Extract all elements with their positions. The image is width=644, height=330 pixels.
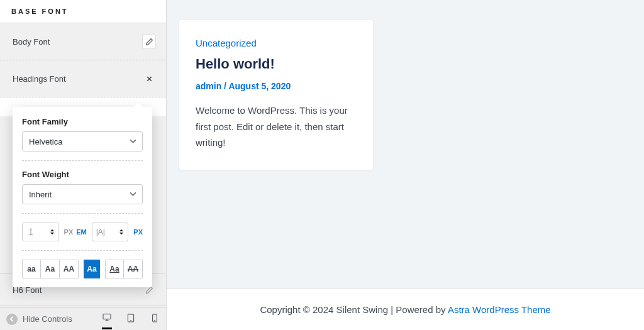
device-mobile-button[interactable] xyxy=(150,313,160,326)
post-meta: admin / August 5, 2020 xyxy=(196,81,357,91)
line-height-unit-labels[interactable]: PX EM xyxy=(64,228,87,236)
strikethrough-button[interactable]: AA xyxy=(124,260,143,278)
footer-theme-link[interactable]: Astra WordPress Theme xyxy=(448,304,551,315)
row-body-font[interactable]: Body Font xyxy=(0,23,166,60)
close-headings-font-button[interactable] xyxy=(142,72,156,85)
divider xyxy=(22,250,143,251)
post-category-link[interactable]: Uncategorized xyxy=(196,38,357,48)
svg-rect-0 xyxy=(103,314,111,319)
pencil-icon xyxy=(145,38,153,46)
device-desktop-button[interactable] xyxy=(102,312,112,329)
font-weight-select[interactable]: Inherit xyxy=(22,184,143,204)
case-capitalize-button[interactable]: Aa xyxy=(41,260,60,278)
font-family-select[interactable]: Helvetica xyxy=(22,131,143,151)
case-normal-button[interactable]: Aa xyxy=(84,260,100,278)
device-tablet-button[interactable] xyxy=(126,313,136,326)
post-author-link[interactable]: admin xyxy=(196,81,221,91)
tablet-icon xyxy=(126,313,136,323)
letter-spacing-icon: |A| xyxy=(96,228,105,236)
text-height-icon xyxy=(26,228,35,236)
svg-point-4 xyxy=(155,320,155,321)
post-title[interactable]: Hello world! xyxy=(196,56,357,72)
row-body-font-label: Body Font xyxy=(13,37,50,47)
row-headings-font[interactable]: Headings Font xyxy=(0,60,166,97)
edit-body-font-button[interactable] xyxy=(142,35,156,48)
post-card: Uncategorized Hello world! admin / Augus… xyxy=(179,20,373,170)
font-weight-label: Font Weight xyxy=(22,170,143,179)
desktop-icon xyxy=(102,312,112,322)
text-transform-group: aa Aa AA xyxy=(22,260,79,278)
device-bar: Hide Controls xyxy=(0,307,166,330)
letter-spacing-unit-labels[interactable]: PX xyxy=(133,228,143,236)
site-footer: Copyright © 2024 Silent Swing | Powered … xyxy=(167,289,644,330)
post-excerpt: Welcome to WordPress. This is your first… xyxy=(196,102,357,151)
line-height-input[interactable] xyxy=(22,223,59,241)
row-headings-font-label: Headings Font xyxy=(13,74,66,84)
divider xyxy=(22,160,143,161)
typography-popover: Font Family Helvetica Font Weight Inheri… xyxy=(13,107,152,287)
case-uppercase-button[interactable]: AA xyxy=(60,260,79,278)
svg-point-2 xyxy=(131,320,131,321)
letter-spacing-input[interactable]: |A| xyxy=(92,223,129,241)
chevron-left-icon xyxy=(6,314,18,325)
divider xyxy=(22,213,143,214)
mobile-icon xyxy=(150,313,160,323)
hide-controls-button[interactable]: Hide Controls xyxy=(6,314,72,325)
underline-button[interactable]: Aa xyxy=(105,260,124,278)
case-lowercase-button[interactable]: aa xyxy=(22,260,41,278)
customizer-sidebar: BASE FONT Body Font Headings Font H6 Fon… xyxy=(0,0,167,330)
post-date-link[interactable]: August 5, 2020 xyxy=(228,81,291,91)
stepper[interactable] xyxy=(119,229,124,235)
text-decoration-group: Aa AA xyxy=(105,260,143,278)
stepper[interactable] xyxy=(50,229,55,235)
preview-pane: Uncategorized Hello world! admin / Augus… xyxy=(167,0,644,330)
section-title-base-font: BASE FONT xyxy=(0,0,166,23)
close-icon xyxy=(145,75,153,83)
font-family-label: Font Family xyxy=(22,117,143,126)
